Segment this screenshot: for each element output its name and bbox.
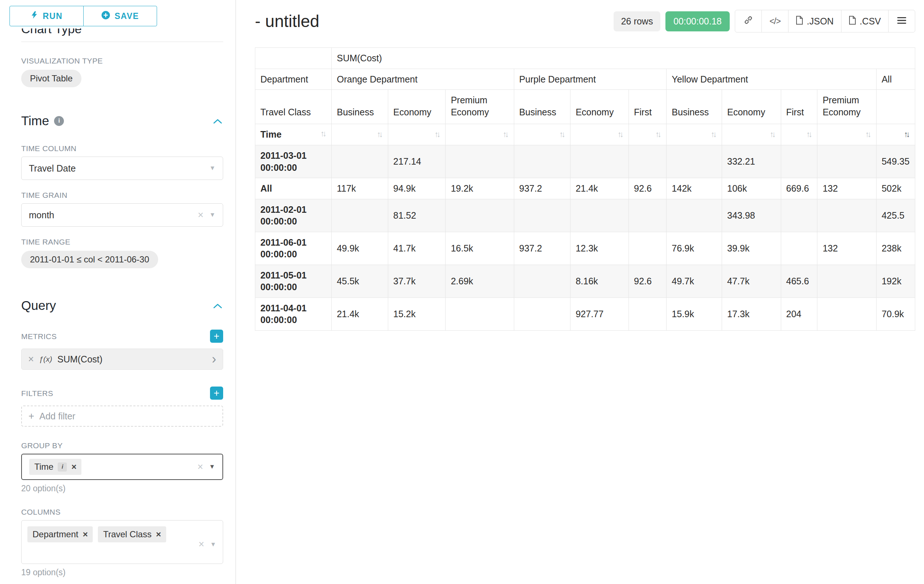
value-cell: 47.7k [722,265,781,298]
add-filter-button[interactable]: + [210,387,223,400]
metric-header-row: SUM(Cost) [255,48,915,69]
department-group-header: Yellow Department [667,69,876,90]
time-section-header: Time i [21,114,223,128]
group-by-options-hint: 20 option(s) [21,484,223,493]
query-toolbar: RUN SAVE [10,6,157,26]
value-cell: 45.5k [332,265,388,298]
sort-header-cell: ↑↓ [446,124,514,145]
time-grain-value: month [29,210,54,220]
metric-chip[interactable]: × ƒ(x) SUM(Cost) › [21,349,223,370]
chevron-up-icon[interactable] [212,298,223,313]
value-cell: 19.2k [446,178,514,199]
sort-icon[interactable]: ↑↓ [617,129,624,140]
group-by-token[interactable]: Time i × [29,459,81,475]
value-cell: 937.2 [514,232,571,265]
sort-icon[interactable]: ↑↓ [806,129,812,140]
clear-icon[interactable]: × [197,462,203,472]
row-count-badge: 26 rows [614,12,660,31]
row-header: 2011-02-01 00:00:00 [255,199,332,232]
row-header: 2011-06-01 00:00:00 [255,232,332,265]
remove-metric-icon[interactable]: × [28,354,34,365]
columns-token[interactable]: Travel Class × [98,526,166,542]
view-query-button[interactable]: </> [761,10,789,33]
value-cell [817,298,876,330]
value-cell: 92.6 [629,265,667,298]
value-cell: 465.6 [781,265,817,298]
value-cell: 17.3k [722,298,781,330]
export-csv-button[interactable]: .CSV [841,10,889,33]
hamburger-icon [897,16,906,26]
group-by-select[interactable]: Time i × × ▼ [21,454,223,480]
columns-select[interactable]: Department × Travel Class × × ▼ [21,520,223,564]
save-button[interactable]: SAVE [83,6,157,26]
sort-icon[interactable]: ↑↓ [434,129,440,140]
copy-link-button[interactable] [735,10,762,33]
time-column-select[interactable]: Travel Date ▼ [21,156,223,180]
query-timer-badge: 00:00:00.18 [665,12,730,31]
time-range-pill[interactable]: 2011-01-01 ≤ col < 2011-06-30 [21,251,158,268]
value-cell [629,145,667,178]
sort-icon[interactable]: ↑↓ [904,129,910,140]
menu-button[interactable] [888,10,915,33]
sort-icon[interactable]: ↑↓ [320,128,326,139]
value-cell: 332.21 [722,145,781,178]
value-cell [817,199,876,232]
remove-token-icon[interactable]: × [156,530,161,539]
value-cell: 21.4k [332,298,388,330]
value-cell [629,232,667,265]
time-label-cell: Time ↑↓ [255,124,332,145]
value-cell: 238k [876,232,915,265]
add-filter-box[interactable]: + Add filter [21,406,223,427]
remove-token-icon[interactable]: × [82,530,87,539]
travel-class-header: First [629,90,667,124]
sort-icon[interactable]: ↑↓ [711,129,716,140]
row-header: 2011-03-01 00:00:00 [255,145,332,178]
clear-icon[interactable]: × [198,540,204,549]
sort-icon[interactable]: ↑↓ [770,129,776,140]
value-cell: 669.6 [781,178,817,199]
value-cell: 21.4k [571,178,629,199]
sort-header-cell: ↑↓ [332,124,388,145]
group-by-token-label: Time [34,462,53,472]
clear-icon[interactable]: × [198,210,203,220]
run-button[interactable]: RUN [10,6,84,26]
metric-chip-label: SUM(Cost) [57,354,102,365]
travel-class-header [876,90,915,124]
chevron-right-icon[interactable]: › [212,353,216,366]
query-section-title: Query [21,298,56,313]
columns-token[interactable]: Department × [27,526,93,542]
sort-icon[interactable]: ↑↓ [503,129,509,140]
travel-class-label-cell: Travel Class [255,90,332,124]
export-json-button[interactable]: .JSON [788,10,842,33]
sort-icon[interactable]: ↑↓ [865,129,871,140]
columns-label: COLUMNS [21,508,223,516]
value-cell [667,199,722,232]
value-cell: 502k [876,178,915,199]
value-cell: 37.7k [388,265,446,298]
value-cell: 41.7k [388,232,446,265]
value-cell [446,145,514,178]
value-cell: 132 [817,232,876,265]
export-json-label: .JSON [807,16,834,26]
value-cell: 2.69k [446,265,514,298]
value-cell: 39.9k [722,232,781,265]
chart-panel: - untitled 26 rows 00:00:00.18 </> [236,0,924,584]
chevron-up-icon[interactable] [212,114,223,128]
add-metric-button[interactable]: + [210,330,223,343]
visualization-type-pill[interactable]: Pivot Table [21,70,81,87]
row-header: 2011-04-01 00:00:00 [255,298,332,330]
link-icon [744,15,753,27]
value-cell: 217.14 [388,145,446,178]
sort-icon[interactable]: ↑↓ [559,129,565,140]
value-cell: 16.5k [446,232,514,265]
remove-token-icon[interactable]: × [71,462,76,471]
time-grain-select[interactable]: month × ▼ [21,203,223,227]
filters-header-row: FILTERS + [21,387,223,400]
department-label-cell: Department [255,69,332,90]
table-row: All117k94.9k19.2k937.221.4k92.6142k106k6… [255,178,915,199]
sort-header-cell: ↑↓ [629,124,667,145]
sort-icon[interactable]: ↑↓ [377,129,383,140]
sort-icon[interactable]: ↑↓ [655,129,661,140]
value-cell: 76.9k [667,232,722,265]
department-group-header: Orange Department [332,69,514,90]
